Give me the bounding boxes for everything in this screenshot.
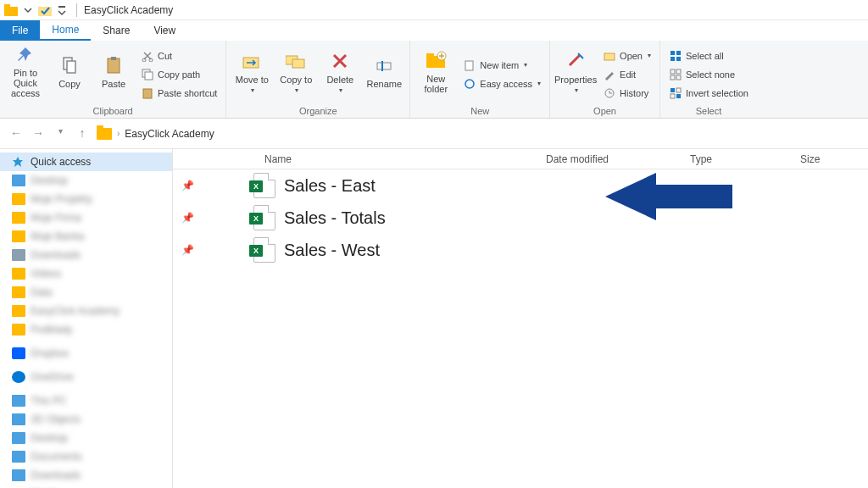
folder-icon[interactable] [3, 3, 19, 18]
copy-to-button[interactable]: Copy to▾ [275, 44, 316, 98]
sidebar-item[interactable]: Moje Banka [0, 227, 172, 246]
nav-recent-dropdown[interactable]: ▾ [53, 126, 68, 141]
svg-rect-5 [67, 61, 75, 73]
select-none-button[interactable]: Select none [665, 66, 752, 83]
sidebar-item-label: Data [31, 286, 52, 298]
qat-dropdown-icon[interactable] [20, 3, 36, 18]
svg-rect-19 [426, 53, 434, 57]
sidebar-item[interactable]: Podklady [0, 320, 172, 339]
folder-icon [12, 212, 25, 224]
sidebar-dropbox[interactable]: Dropbox [0, 344, 172, 363]
nav-up-button[interactable]: ↑ [75, 126, 90, 141]
sidebar-item-label: Documents [31, 451, 82, 463]
file-row[interactable]: 📌 X Sales - Totals [173, 202, 868, 234]
folder-icon [12, 432, 25, 444]
sidebar-item[interactable]: Downloads [0, 466, 172, 485]
cut-label: Cut [158, 51, 172, 61]
nav-back-button[interactable]: ← [8, 126, 24, 141]
sidebar-item[interactable]: Desktop [0, 429, 172, 447]
column-headers[interactable]: Name Date modified Type Size [173, 149, 868, 169]
sidebar-item[interactable]: 3D Objects [0, 410, 172, 429]
sidebar-this-pc[interactable]: This PC [0, 391, 172, 410]
sidebar-item-label: Desktop [31, 432, 68, 444]
sidebar-item[interactable]: Desktop [0, 171, 172, 190]
paste-shortcut-button[interactable]: Paste shortcut [137, 85, 220, 102]
ribbon-tabs: File Home Share View [0, 20, 868, 41]
sidebar-item[interactable]: Videos [0, 264, 172, 283]
column-type[interactable]: Type [690, 153, 800, 165]
qat-checked-folder-icon[interactable] [37, 3, 53, 18]
invert-selection-button[interactable]: Invert selection [665, 85, 752, 102]
select-all-button[interactable]: Select all [665, 47, 752, 64]
edit-button[interactable]: Edit [599, 66, 654, 83]
new-item-icon [463, 58, 476, 72]
delete-button[interactable]: Delete▾ [320, 44, 360, 98]
easy-access-button[interactable]: Easy access▾ [459, 75, 544, 92]
file-row[interactable]: 📌 X Sales - East [173, 169, 868, 202]
sidebar-item[interactable]: EasyClick Academy [0, 302, 172, 320]
properties-label: Properties [554, 75, 597, 85]
qat-overflow-icon[interactable] [54, 3, 70, 18]
history-button[interactable]: History [599, 85, 654, 102]
file-name: Sales - Totals [284, 208, 386, 228]
breadcrumb[interactable]: › EasyClick Academy [97, 128, 214, 140]
nav-forward-button[interactable]: → [31, 126, 46, 141]
column-name[interactable]: Name [173, 153, 546, 165]
pin-to-quick-access-button[interactable]: Pin to Quick access [5, 44, 46, 98]
copy-icon [58, 53, 81, 77]
pc-icon [12, 395, 25, 407]
folder-icon [97, 128, 112, 140]
sidebar-item[interactable]: Downloads [0, 246, 172, 264]
svg-rect-31 [670, 75, 675, 80]
pin-label: Pin to Quick access [5, 68, 46, 98]
sidebar-onedrive[interactable]: OneDrive [0, 368, 172, 386]
tab-share[interactable]: Share [91, 20, 142, 41]
new-folder-button[interactable]: New folder [415, 44, 456, 98]
svg-rect-12 [143, 89, 152, 98]
svg-rect-33 [670, 88, 675, 92]
column-date-modified[interactable]: Date modified [546, 153, 690, 165]
rename-button[interactable]: Rename [364, 44, 404, 98]
copy-to-icon [284, 49, 308, 73]
pin-icon [14, 44, 37, 66]
tab-file[interactable]: File [0, 20, 40, 41]
copy-path-button[interactable]: Copy path [137, 66, 220, 83]
sidebar-item[interactable]: Music [0, 485, 172, 488]
sidebar-item[interactable]: Documents [0, 447, 172, 466]
paste-label: Paste [102, 79, 125, 89]
open-button[interactable]: Open▾ [599, 47, 654, 64]
navigation-pane[interactable]: Quick access Desktop Moje Projekty Moje … [0, 149, 173, 488]
svg-rect-7 [111, 57, 116, 60]
select-all-icon [669, 49, 682, 63]
tab-view[interactable]: View [142, 20, 187, 41]
sidebar-item-label: EasyClick Academy [31, 305, 120, 317]
copy-button[interactable]: Copy [49, 44, 90, 98]
select-none-label: Select none [686, 69, 735, 80]
rename-icon [372, 53, 396, 77]
sidebar-quick-access[interactable]: Quick access [0, 152, 172, 171]
svg-point-22 [465, 80, 474, 88]
new-item-button[interactable]: New item▾ [459, 57, 544, 74]
svg-rect-17 [381, 61, 383, 71]
properties-button[interactable]: Properties▾ [555, 44, 596, 98]
file-list[interactable]: Name Date modified Type Size 📌 X Sales -… [173, 149, 868, 488]
folder-icon [12, 324, 25, 336]
select-group-label: Select [665, 104, 752, 116]
sidebar-item[interactable]: Moje Projekty [0, 190, 172, 208]
excel-file-icon: X [253, 173, 275, 198]
breadcrumb-segment[interactable]: EasyClick Academy [125, 128, 214, 140]
sidebar-item[interactable]: Data [0, 283, 172, 302]
move-to-button[interactable]: Move to▾ [231, 44, 272, 98]
paste-button[interactable]: Paste [93, 44, 134, 98]
new-group-label: New [415, 104, 544, 116]
file-row[interactable]: 📌 X Sales - West [173, 234, 868, 266]
cut-button[interactable]: Cut [137, 47, 220, 64]
sidebar-item-label: Videos [31, 268, 61, 280]
column-size[interactable]: Size [800, 153, 868, 165]
sidebar-item[interactable]: Moje Firma [0, 208, 172, 227]
delete-label: Delete [326, 75, 353, 85]
svg-rect-34 [676, 88, 681, 92]
svg-rect-1 [4, 4, 10, 8]
title-separator [76, 3, 77, 17]
tab-home[interactable]: Home [40, 20, 91, 41]
